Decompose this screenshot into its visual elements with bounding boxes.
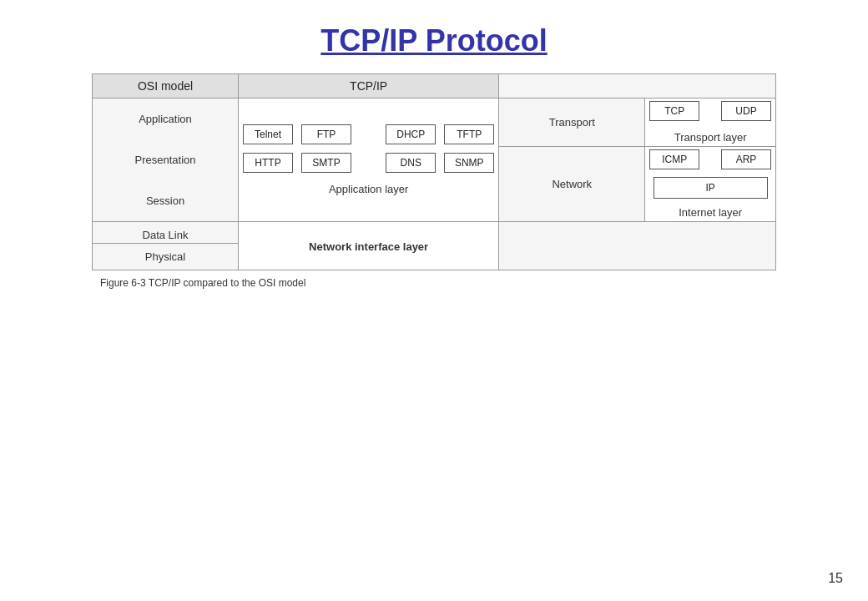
osi-transport: Transport (499, 98, 645, 147)
proto-ftp: FTP (301, 124, 351, 144)
transport-layer-label: Transport layer (645, 127, 775, 146)
osi-application: Application (93, 113, 238, 125)
proto-ip-wide: IP (654, 177, 768, 199)
netinterface-layer-label: Network interface layer (239, 236, 498, 255)
network-protocols-top: ICMP ARP (645, 147, 775, 172)
transport-protocols: TCP UDP (645, 98, 775, 124)
internet-layer-label: Internet layer (645, 202, 775, 221)
figure-caption: Figure 6-3 TCP/IP compared to the OSI mo… (100, 277, 776, 289)
proto-telnet: Telnet (243, 124, 293, 144)
osi-presentation: Presentation (93, 154, 238, 166)
proto-dhcp: DHCP (386, 124, 436, 144)
proto-dns: DNS (386, 153, 436, 173)
app-protocols-row1: Telnet FTP DHCP TFTP (239, 122, 498, 147)
osi-datalink: Data Link (93, 222, 239, 244)
osi-network: Network (499, 147, 645, 222)
osi-session: Session (93, 194, 238, 207)
proto-http: HTTP (243, 153, 293, 173)
proto-snmp: SNMP (444, 153, 494, 173)
proto-udp: UDP (721, 101, 771, 121)
app-protocols-row2: HTTP SMTP DNS SNMP (239, 150, 498, 175)
proto-icmp: ICMP (649, 149, 699, 169)
page-title: TCP/IP Protocol (0, 0, 868, 73)
proto-arp: ARP (721, 149, 771, 169)
proto-tftp: TFTP (444, 124, 494, 144)
page-number: 15 (828, 571, 843, 586)
proto-tcp: TCP (649, 101, 699, 121)
header-osi: OSI model (93, 74, 239, 98)
header-tcpip: TCP/IP (239, 74, 499, 98)
app-layer-label: Application layer (239, 179, 498, 198)
proto-smtp: SMTP (301, 153, 351, 173)
osi-physical: Physical (93, 244, 239, 270)
